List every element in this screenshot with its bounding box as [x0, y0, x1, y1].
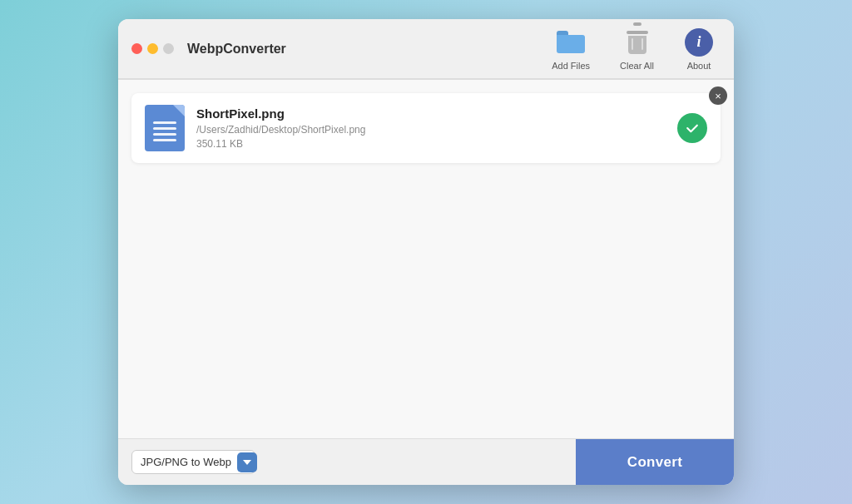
info-icon: i: [684, 27, 714, 57]
format-selector-wrapper: JPG/PNG to Webp Webp to JPG/PNG: [131, 450, 257, 474]
clear-all-button[interactable]: Clear All: [613, 24, 661, 74]
maximize-button[interactable]: [163, 43, 174, 54]
file-info: ShortPixel.png /Users/Zadhid/Desktop/Sho…: [196, 106, 666, 150]
app-window: WebpConverter Add Files: [118, 19, 734, 485]
bottombar: JPG/PNG to Webp Webp to JPG/PNG Convert: [118, 438, 734, 485]
toolbar-buttons: Add Files Clear All i About: [545, 24, 721, 74]
add-files-button[interactable]: Add Files: [545, 24, 597, 74]
close-button[interactable]: [131, 43, 142, 54]
file-type-icon: [145, 105, 185, 151]
add-files-icon: [556, 27, 586, 57]
trash-icon: [622, 27, 652, 57]
file-size: 350.11 KB: [196, 138, 666, 150]
file-name: ShortPixel.png: [196, 106, 666, 121]
file-path: /Users/Zadhid/Desktop/ShortPixel.png: [196, 124, 666, 136]
minimize-button[interactable]: [147, 43, 158, 54]
traffic-lights: [131, 43, 174, 54]
titlebar: WebpConverter Add Files: [118, 19, 734, 79]
about-button[interactable]: i About: [677, 24, 721, 74]
format-select[interactable]: JPG/PNG to Webp Webp to JPG/PNG: [131, 450, 255, 474]
add-files-label: Add Files: [552, 61, 590, 71]
file-status-icon: [677, 113, 707, 143]
file-list-area: ShortPixel.png /Users/Zadhid/Desktop/Sho…: [118, 80, 734, 438]
convert-button[interactable]: Convert: [576, 439, 734, 486]
about-label: About: [687, 61, 711, 71]
remove-file-button[interactable]: ×: [709, 86, 727, 105]
app-title: WebpConverter: [187, 42, 545, 57]
file-item: ShortPixel.png /Users/Zadhid/Desktop/Sho…: [131, 93, 721, 163]
clear-all-label: Clear All: [620, 61, 654, 71]
